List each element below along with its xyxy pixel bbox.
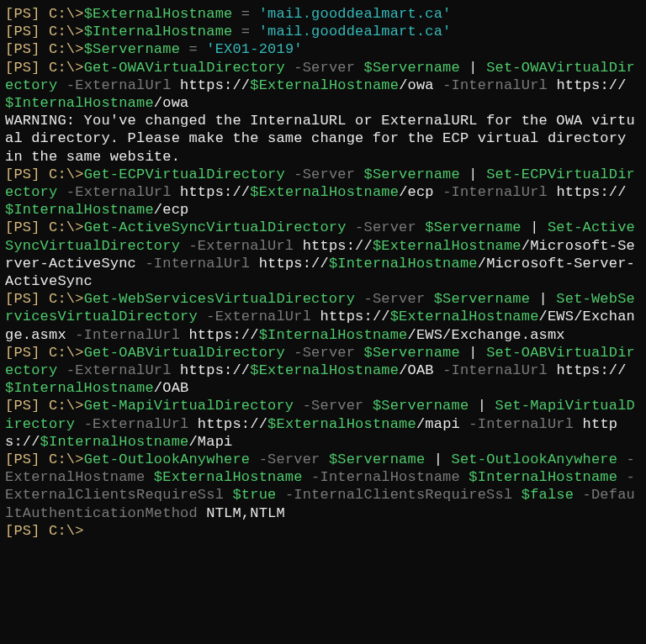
prompt: [PS] C:\> [5,345,84,361]
arg-auth: NTLM,NTLM [206,505,285,521]
https: https:// [188,327,258,343]
pipe: | [460,166,486,182]
arg-internal-var: $InternalHostname [469,469,617,485]
param-external-url: -ExternalUrl [188,238,294,254]
equals: = [232,6,258,22]
cmd-get-mapi: Get-MapiVirtualDirectory [84,398,294,414]
param-internal-url: -InternalUrl [469,416,574,432]
pipe: | [460,60,486,76]
https: https:// [198,416,267,432]
param-internal-hostname: -InternalHostname [311,469,460,485]
cmd-get-ecp: Get-ECPVirtualDirectory [84,166,285,182]
path-ews: /EWS/Exchange.asmx [408,327,565,343]
param-server: -Server [294,60,355,76]
path-mapi: /Mapi [188,434,232,450]
arg-external-var: $ExternalHostname [154,469,303,485]
param-server: -Server [355,219,416,235]
param-internal-url: -InternalUrl [442,77,548,93]
param-server: -Server [303,398,364,414]
https: https:// [259,256,329,272]
https: https:// [180,184,250,200]
arg-external-var: $ExternalHostname [373,238,522,254]
pipe: | [522,219,548,235]
param-server: -Server [363,291,425,307]
param-server: -Server [294,166,355,182]
prompt: [PS] C:\> [5,451,84,467]
arg-internal-var: $InternalHostname [5,380,154,396]
param-int-ssl: -InternalClientsRequireSsl [285,487,512,503]
path-oab: /OAB [399,362,434,378]
https: https:// [180,362,250,378]
prompt: [PS] C:\> [5,166,84,182]
param-internal-url: -InternalUrl [75,327,180,343]
param-external-url: -ExternalUrl [206,309,311,325]
https: https:// [556,77,626,93]
powershell-terminal[interactable]: [PS] C:\>$ExternalHostname = 'mail.goodd… [0,0,646,545]
param-server: -Server [294,345,355,361]
https: https:// [556,184,626,200]
arg-internal-var: $InternalHostname [329,256,478,272]
prompt: [PS] C:\> [5,219,84,235]
arg-servername: $Servername [434,291,530,307]
warning-text: WARNING: You've changed the InternalURL … [5,113,635,164]
arg-external-var: $ExternalHostname [250,362,399,378]
value-servername: 'EX01-2019' [206,41,302,57]
arg-internal-var: $InternalHostname [5,95,154,111]
param-internal-url: -InternalUrl [442,184,548,200]
prompt: [PS] C:\> [5,60,84,76]
equals: = [232,24,258,40]
path-mapi: /mapi [416,416,460,432]
cmd-get-outlookanywhere: Get-OutlookAnywhere [84,451,251,467]
prompt: [PS] C:\> [5,24,84,40]
arg-servername: $Servername [364,345,460,361]
param-external-url: -ExternalUrl [84,416,189,432]
equals: = [180,41,206,57]
path-owa: /owa [154,95,189,111]
cmd-set-outlookanywhere: Set-OutlookAnywhere [452,451,618,467]
var-internal-hostname: $InternalHostname [84,24,233,40]
arg-internal-var: $InternalHostname [40,434,189,450]
arg-internal-var: $InternalHostname [259,327,408,343]
path-ecp: /ecp [399,184,434,200]
var-servername: $Servername [84,41,180,57]
https: https:// [303,238,373,254]
arg-servername: $Servername [329,451,425,467]
param-external-url: -ExternalUrl [66,77,172,93]
pipe: | [530,291,556,307]
arg-servername: $Servername [425,219,521,235]
https: https:// [180,77,250,93]
prompt: [PS] C:\> [5,398,84,414]
pipe: | [425,451,451,467]
param-external-url: -ExternalUrl [66,184,172,200]
prompt: [PS] C:\> [5,41,84,57]
pipe: | [460,345,486,361]
arg-internal-var: $InternalHostname [5,202,154,218]
https: https:// [556,362,626,378]
arg-false: $false [522,487,574,503]
cmd-get-activesync: Get-ActiveSyncVirtualDirectory [84,219,347,235]
pipe: | [469,398,495,414]
var-external-hostname: $ExternalHostname [84,6,233,22]
arg-true: $true [232,487,276,503]
param-server: -Server [259,451,320,467]
arg-servername: $Servername [364,60,460,76]
arg-servername: $Servername [373,398,469,414]
prompt: [PS] C:\> [5,291,84,307]
param-internal-url: -InternalUrl [145,256,250,272]
prompt: [PS] C:\> [5,523,84,539]
path-oab: /OAB [154,380,189,396]
arg-external-var: $ExternalHostname [267,416,416,432]
param-external-url: -ExternalUrl [66,362,172,378]
param-internal-url: -InternalUrl [442,362,548,378]
cmd-get-ews: Get-WebServicesVirtualDirectory [84,291,355,307]
cmd-get-owa: Get-OWAVirtualDirectory [84,60,285,76]
arg-external-var: $ExternalHostname [250,77,399,93]
arg-external-var: $ExternalHostname [390,309,539,325]
cmd-get-oab: Get-OABVirtualDirectory [84,345,285,361]
path-owa: /owa [399,77,434,93]
value-external-hostname: 'mail.gooddealmart.ca' [259,6,452,22]
prompt: [PS] C:\> [5,6,84,22]
https: https:// [320,309,389,325]
path-ecp: /ecp [154,202,189,218]
value-internal-hostname: 'mail.gooddealmart.ca' [259,24,452,40]
